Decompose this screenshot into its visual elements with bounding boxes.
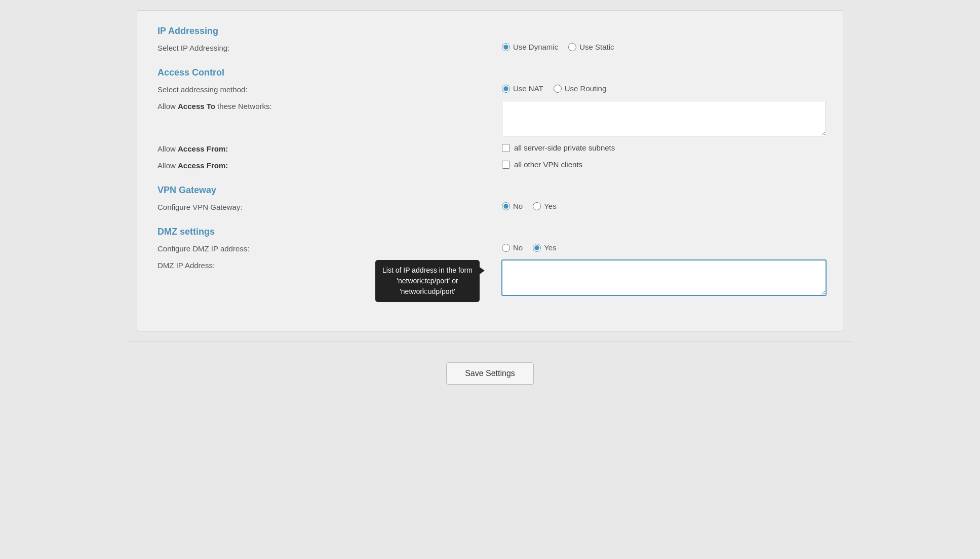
dmz-no-radio[interactable] [502,244,510,252]
vpn-checkbox[interactable] [502,161,510,169]
access-from-1-bold: Access From: [178,144,228,153]
access-from-vpn-row: Allow Access From: all other VPN clients [158,160,822,170]
dmz-no-group: No [502,243,523,252]
vpn-gateway-row: Configure VPN Gateway: No Yes [158,202,822,211]
vpn-gateway-label: Configure VPN Gateway: [158,202,502,211]
tooltip-line2: 'network:tcp/port' or [397,277,458,285]
use-dynamic-group: Use Dynamic [502,43,558,51]
vpn-gateway-section: VPN Gateway Configure VPN Gateway: No Ye… [158,185,822,211]
use-routing-group: Use Routing [554,84,607,93]
tooltip-arrow [480,267,485,274]
vpn-no-group: No [502,202,523,210]
dmz-tooltip: List of IP address in the form 'network:… [375,260,480,302]
access-to-bold: Access To [178,102,215,110]
vpn-checkbox-label[interactable]: all other VPN clients [514,160,582,169]
subnets-checkbox-row: all server-side private subnets [502,143,615,152]
subnets-checkbox[interactable] [502,144,510,152]
dmz-configure-controls: No Yes [502,243,822,252]
footer: Save Settings [127,342,853,395]
access-control-title: Access Control [158,67,822,78]
use-static-radio[interactable] [568,43,576,51]
dmz-ip-control: List of IP address in the form 'network:… [502,260,826,295]
dmz-tooltip-wrapper: List of IP address in the form 'network:… [502,260,826,295]
access-to-label: Allow Access To these Networks: [158,101,502,110]
access-from-vpn-control: all other VPN clients [502,160,822,169]
dmz-settings-section: DMZ settings Configure DMZ IP address: N… [158,227,822,295]
dmz-settings-title: DMZ settings [158,227,822,237]
access-control-section: Access Control Select addressing method:… [158,67,822,170]
vpn-yes-radio[interactable] [533,202,541,210]
vpn-yes-group: Yes [533,202,556,210]
settings-card: IP Addressing Select IP Addressing: Use … [137,10,843,331]
save-settings-button[interactable]: Save Settings [446,362,534,385]
dmz-yes-label[interactable]: Yes [544,243,556,252]
ip-addressing-section: IP Addressing Select IP Addressing: Use … [158,26,822,52]
ip-addressing-title: IP Addressing [158,26,822,36]
access-to-row: Allow Access To these Networks: [158,101,822,136]
vpn-yes-label[interactable]: Yes [544,202,556,210]
dmz-configure-label: Configure DMZ IP address: [158,243,502,253]
addressing-method-controls: Use NAT Use Routing [502,84,822,93]
use-nat-radio[interactable] [502,85,510,93]
subnets-checkbox-label[interactable]: all server-side private subnets [514,143,615,152]
use-dynamic-radio[interactable] [502,43,510,51]
use-nat-group: Use NAT [502,84,543,93]
tooltip-line1: List of IP address in the form [382,266,473,274]
addressing-method-label: Select addressing method: [158,84,502,94]
tooltip-line3: 'network:udp/port' [400,287,455,295]
ip-addressing-label: Select IP Addressing: [158,43,502,52]
dmz-configure-row: Configure DMZ IP address: No Yes [158,243,822,253]
use-static-label[interactable]: Use Static [579,43,614,51]
ip-addressing-row: Select IP Addressing: Use Dynamic Use St… [158,43,822,52]
vpn-no-label[interactable]: No [513,202,523,210]
vpn-no-radio[interactable] [502,202,510,210]
ip-addressing-controls: Use Dynamic Use Static [502,43,822,51]
vpn-checkbox-row: all other VPN clients [502,160,582,169]
dmz-yes-radio[interactable] [533,244,541,252]
use-routing-label[interactable]: Use Routing [565,84,607,93]
use-dynamic-label[interactable]: Use Dynamic [513,43,558,51]
access-from-2-bold: Access From: [178,161,228,170]
dmz-ip-row: DMZ IP Address: List of IP address in th… [158,260,822,295]
dmz-yes-group: Yes [533,243,556,252]
vpn-gateway-title: VPN Gateway [158,185,822,196]
dmz-ip-textarea[interactable] [502,260,826,295]
access-from-vpn-label: Allow Access From: [158,160,502,170]
access-from-subnets-label: Allow Access From: [158,143,502,153]
access-to-textarea[interactable] [502,101,826,136]
use-routing-radio[interactable] [554,85,562,93]
access-from-subnets-control: all server-side private subnets [502,143,822,152]
dmz-no-label[interactable]: No [513,243,523,252]
page-wrapper: IP Addressing Select IP Addressing: Use … [127,0,853,425]
addressing-method-row: Select addressing method: Use NAT Use Ro… [158,84,822,94]
vpn-gateway-controls: No Yes [502,202,822,210]
access-to-control [502,101,826,136]
access-from-subnets-row: Allow Access From: all server-side priva… [158,143,822,153]
use-static-group: Use Static [568,43,614,51]
use-nat-label[interactable]: Use NAT [513,84,543,93]
